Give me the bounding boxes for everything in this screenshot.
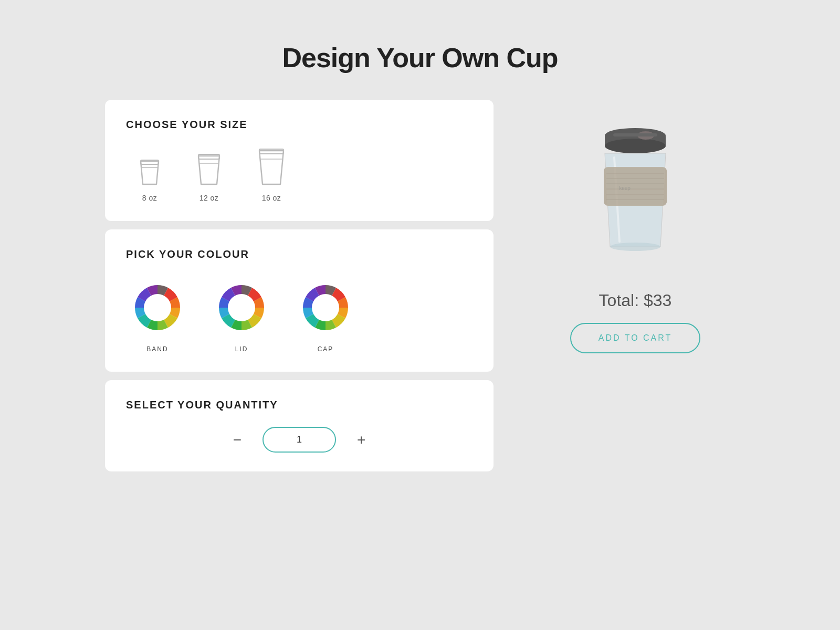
- size-option-16oz[interactable]: 16 oz: [255, 146, 288, 202]
- color-wheel-band: [126, 276, 189, 339]
- svg-text:keep: keep: [619, 185, 631, 191]
- colour-label-band: BAND: [146, 345, 168, 353]
- decrease-quantity-button[interactable]: −: [225, 427, 250, 453]
- size-label-8oz: 8 oz: [142, 194, 157, 202]
- svg-point-10: [228, 294, 255, 321]
- size-label-12oz: 12 oz: [200, 194, 219, 202]
- cup-icon-8oz: [136, 157, 163, 188]
- size-card: CHOOSE YOUR SIZE 8 oz: [105, 100, 494, 221]
- svg-rect-4: [198, 154, 219, 159]
- colour-card: PICK YOUR COLOUR: [105, 229, 494, 372]
- size-option-8oz[interactable]: 8 oz: [136, 157, 163, 202]
- svg-rect-26: [613, 133, 657, 136]
- left-panel: CHOOSE YOUR SIZE 8 oz: [105, 100, 494, 471]
- colour-heading: PICK YOUR COLOUR: [126, 248, 472, 260]
- color-wheel-cap: [294, 276, 357, 339]
- total-price: Total: $33: [599, 291, 672, 310]
- cup-preview-svg: keep: [578, 121, 693, 268]
- svg-rect-17: [604, 167, 667, 206]
- quantity-input[interactable]: [262, 427, 336, 453]
- svg-point-25: [610, 243, 660, 251]
- size-option-12oz[interactable]: 12 oz: [194, 152, 224, 202]
- color-wheel-lid: [210, 276, 273, 339]
- svg-point-9: [144, 294, 171, 321]
- cup-icon-16oz: [255, 146, 288, 188]
- svg-point-11: [312, 294, 339, 321]
- size-label-16oz: 16 oz: [262, 194, 281, 202]
- add-to-cart-button[interactable]: ADD TO CART: [570, 323, 701, 353]
- quantity-control: − +: [126, 427, 472, 453]
- page-title: Design Your Own Cup: [282, 42, 558, 74]
- colour-label-lid: LID: [235, 345, 248, 353]
- cup-icon-12oz: [194, 152, 224, 188]
- colour-option-band[interactable]: BAND: [126, 276, 189, 353]
- colour-label-cap: CAP: [318, 345, 334, 353]
- colour-options: BAND: [126, 276, 472, 353]
- svg-rect-7: [259, 149, 284, 154]
- size-options: 8 oz 12 oz: [126, 146, 472, 202]
- svg-point-14: [605, 139, 666, 153]
- increase-quantity-button[interactable]: +: [349, 427, 374, 453]
- size-heading: CHOOSE YOUR SIZE: [126, 119, 472, 131]
- quantity-card: SELECT YOUR QUANTITY − +: [105, 380, 494, 471]
- right-panel: keep Total: $33 ADD TO CART: [536, 100, 735, 353]
- quantity-heading: SELECT YOUR QUANTITY: [126, 399, 472, 411]
- main-layout: CHOOSE YOUR SIZE 8 oz: [105, 100, 735, 471]
- colour-option-cap[interactable]: CAP: [294, 276, 357, 353]
- colour-option-lid[interactable]: LID: [210, 276, 273, 353]
- cup-preview: keep: [562, 110, 709, 278]
- svg-marker-6: [259, 151, 284, 184]
- svg-marker-3: [198, 156, 219, 184]
